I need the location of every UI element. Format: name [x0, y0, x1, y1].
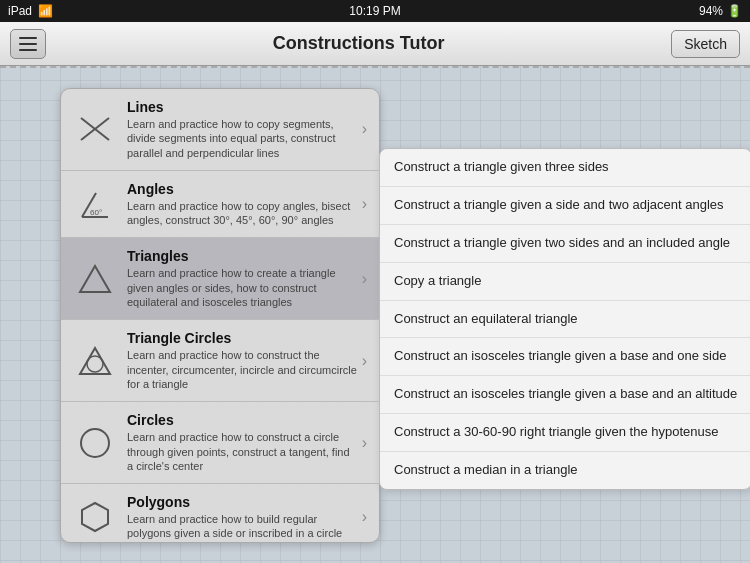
circles-title: Circles [127, 412, 358, 428]
lines-text: Lines Learn and practice how to copy seg… [127, 99, 358, 160]
menu-panel: Lines Learn and practice how to copy seg… [60, 88, 380, 543]
menu-line-2 [19, 43, 37, 45]
lines-chevron: › [362, 120, 367, 138]
menu-item-polygons[interactable]: Polygons Learn and practice how to build… [61, 484, 379, 543]
menu-item-angles[interactable]: 60° Angles Learn and practice how to cop… [61, 171, 379, 239]
sketch-button[interactable]: Sketch [671, 30, 740, 58]
menu-line-1 [19, 37, 37, 39]
menu-line-3 [19, 49, 37, 51]
polygons-text: Polygons Learn and practice how to build… [127, 494, 358, 541]
submenu-item-7[interactable]: Construct a 30-60-90 right triangle give… [380, 414, 750, 452]
battery-percent: 94% [699, 4, 723, 18]
triangles-icon [73, 257, 117, 301]
angles-desc: Learn and practice how to copy angles, b… [127, 199, 358, 228]
svg-marker-5 [80, 266, 110, 292]
circles-desc: Learn and practice how to construct a ci… [127, 430, 358, 473]
submenu-item-0[interactable]: Construct a triangle given three sides [380, 149, 750, 187]
ipad-label: iPad [8, 4, 32, 18]
circles-chevron: › [362, 434, 367, 452]
content-area: Lines Learn and practice how to copy seg… [0, 68, 750, 563]
submenu-item-8[interactable]: Construct a median in a triangle [380, 452, 750, 489]
menu-button[interactable] [10, 29, 46, 59]
circles-icon [73, 421, 117, 465]
svg-marker-9 [82, 503, 108, 531]
angles-chevron: › [362, 195, 367, 213]
lines-icon [73, 107, 117, 151]
status-left: iPad 📶 [8, 4, 53, 18]
submenu-panel: Construct a triangle given three sides C… [379, 148, 750, 490]
submenu-item-5[interactable]: Construct an isosceles triangle given a … [380, 338, 750, 376]
circles-text: Circles Learn and practice how to constr… [127, 412, 358, 473]
nav-title: Constructions Tutor [273, 33, 445, 54]
nav-bar: Constructions Tutor Sketch [0, 22, 750, 66]
angles-icon: 60° [73, 182, 117, 226]
triangle-circles-chevron: › [362, 352, 367, 370]
submenu-item-2[interactable]: Construct a triangle given two sides and… [380, 225, 750, 263]
svg-point-7 [87, 356, 103, 372]
submenu-item-3[interactable]: Copy a triangle [380, 263, 750, 301]
status-time: 10:19 PM [349, 4, 400, 18]
svg-text:60°: 60° [90, 208, 102, 217]
submenu-item-1[interactable]: Construct a triangle given a side and tw… [380, 187, 750, 225]
triangle-circles-icon [73, 339, 117, 383]
submenu-item-6[interactable]: Construct an isosceles triangle given a … [380, 376, 750, 414]
menu-item-lines[interactable]: Lines Learn and practice how to copy seg… [61, 89, 379, 171]
triangles-title: Triangles [127, 248, 358, 264]
status-bar: iPad 📶 10:19 PM 94% 🔋 [0, 0, 750, 22]
menu-item-triangle-circles[interactable]: Triangle Circles Learn and practice how … [61, 320, 379, 402]
triangle-circles-desc: Learn and practice how to construct the … [127, 348, 358, 391]
polygons-chevron: › [362, 508, 367, 526]
polygons-desc: Learn and practice how to build regular … [127, 512, 358, 541]
triangles-chevron: › [362, 270, 367, 288]
polygons-title: Polygons [127, 494, 358, 510]
svg-marker-6 [80, 348, 110, 374]
dashed-separator [0, 66, 750, 68]
menu-item-circles[interactable]: Circles Learn and practice how to constr… [61, 402, 379, 484]
triangle-circles-text: Triangle Circles Learn and practice how … [127, 330, 358, 391]
status-right: 94% 🔋 [699, 4, 742, 18]
lines-desc: Learn and practice how to copy segments,… [127, 117, 358, 160]
triangles-desc: Learn and practice how to create a trian… [127, 266, 358, 309]
angles-title: Angles [127, 181, 358, 197]
lines-title: Lines [127, 99, 358, 115]
battery-icon: 🔋 [727, 4, 742, 18]
triangles-text: Triangles Learn and practice how to crea… [127, 248, 358, 309]
angles-text: Angles Learn and practice how to copy an… [127, 181, 358, 228]
wifi-icon: 📶 [38, 4, 53, 18]
submenu-item-4[interactable]: Construct an equilateral triangle [380, 301, 750, 339]
svg-point-8 [81, 429, 109, 457]
triangle-circles-title: Triangle Circles [127, 330, 358, 346]
polygons-icon [73, 495, 117, 539]
menu-item-triangles[interactable]: Triangles Learn and practice how to crea… [61, 238, 379, 320]
